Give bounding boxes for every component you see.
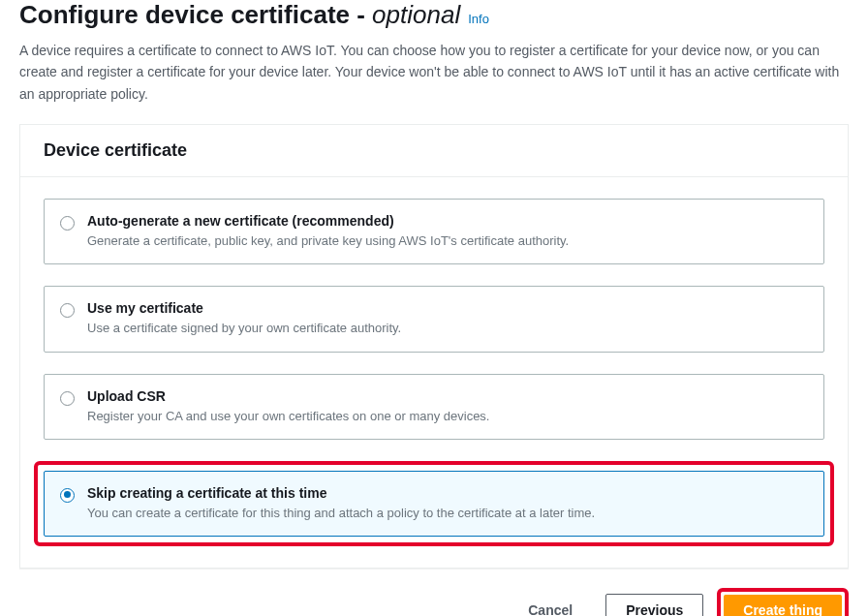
page-title-suffix: optional (372, 0, 460, 29)
radio-icon (60, 216, 75, 231)
option-skip-certificate[interactable]: Skip creating a certificate at this time… (44, 471, 824, 537)
page-title-main: Configure device certificate - (19, 0, 372, 29)
option-title: Skip creating a certificate at this time (87, 485, 806, 501)
option-desc: Register your CA and use your own certif… (87, 408, 806, 425)
panel-body: Auto-generate a new certificate (recomme… (20, 177, 848, 568)
option-upload-csr[interactable]: Upload CSR Register your CA and use your… (44, 374, 824, 440)
option-title: Auto-generate a new certificate (recomme… (87, 213, 806, 229)
option-title: Upload CSR (87, 388, 806, 404)
option-desc: Use a certificate signed by your own cer… (87, 320, 806, 337)
option-desc: Generate a certificate, public key, and … (87, 232, 806, 250)
radio-icon (60, 391, 75, 406)
option-use-my-certificate[interactable]: Use my certificate Use a certificate sig… (44, 286, 824, 352)
footer-actions: Cancel Previous Create thing (19, 588, 849, 616)
radio-icon (60, 303, 75, 318)
highlight-skip-option: Skip creating a certificate at this time… (34, 461, 834, 546)
create-thing-button[interactable]: Create thing (724, 595, 842, 616)
info-link[interactable]: Info (468, 12, 489, 26)
radio-icon (60, 488, 75, 503)
page-title: Configure device certificate - optional (19, 0, 460, 30)
cancel-button[interactable]: Cancel (509, 595, 592, 616)
page-description: A device requires a certificate to conne… (19, 40, 849, 105)
panel-header: Device certificate (20, 125, 848, 177)
previous-button[interactable]: Previous (605, 594, 703, 616)
option-auto-generate[interactable]: Auto-generate a new certificate (recomme… (44, 199, 824, 264)
panel-title: Device certificate (44, 140, 824, 161)
option-desc: You can create a certificate for this th… (87, 505, 806, 522)
option-title: Use my certificate (87, 300, 806, 316)
device-certificate-panel: Device certificate Auto-generate a new c… (19, 124, 849, 569)
highlight-create-button: Create thing (717, 588, 849, 616)
